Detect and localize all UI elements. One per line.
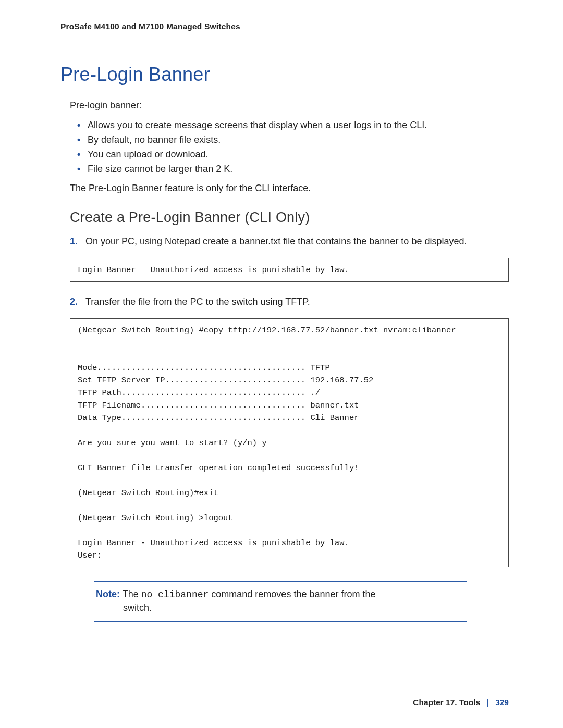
footer-separator: | bbox=[486, 698, 488, 707]
step-item: Transfer the file from the PC to the swi… bbox=[70, 295, 509, 308]
bullet-item: File size cannot be larger than 2 K. bbox=[70, 162, 509, 177]
footer-chapter: Chapter 17. Tools bbox=[413, 698, 480, 707]
note-text-post: command removes the banner from the bbox=[209, 589, 375, 599]
bullet-item: You can upload or download. bbox=[70, 147, 509, 162]
after-bullets-text: The Pre-Login Banner feature is only for… bbox=[70, 183, 509, 194]
intro-text: Pre-login banner: bbox=[70, 100, 509, 111]
section-title: Pre-Login Banner bbox=[60, 64, 509, 85]
footer-page-number: 329 bbox=[495, 698, 509, 707]
note-text-cont: switch. bbox=[96, 601, 465, 614]
note-body: Note: The no clibanner command removes t… bbox=[94, 582, 467, 621]
code-block-tftp: (Netgear Switch Routing) #copy tftp://19… bbox=[70, 318, 509, 567]
note-block: Note: The no clibanner command removes t… bbox=[94, 581, 467, 622]
note-command: no clibanner bbox=[141, 589, 209, 600]
bullet-list: Allows you to create message screens tha… bbox=[70, 118, 509, 177]
note-text-pre: The bbox=[120, 589, 141, 599]
step-item: On your PC, using Notepad create a banne… bbox=[70, 235, 509, 248]
bullet-item: Allows you to create message screens tha… bbox=[70, 118, 509, 133]
note-label: Note: bbox=[96, 589, 120, 599]
subsection-title: Create a Pre-Login Banner (CLI Only) bbox=[70, 209, 509, 226]
footer-rule bbox=[60, 690, 509, 690]
note-rule-bottom bbox=[94, 621, 467, 622]
steps-list: On your PC, using Notepad create a banne… bbox=[70, 235, 509, 248]
page: ProSafe M4100 and M7100 Managed Switches… bbox=[0, 0, 563, 728]
steps-list-cont: Transfer the file from the PC to the swi… bbox=[70, 295, 509, 308]
page-footer: Chapter 17. Tools | 329 bbox=[413, 698, 509, 707]
running-header: ProSafe M4100 and M7100 Managed Switches bbox=[60, 22, 509, 31]
code-block-banner-text: Login Banner – Unauthorized access is pu… bbox=[70, 258, 509, 282]
bullet-item: By default, no banner file exists. bbox=[70, 133, 509, 147]
